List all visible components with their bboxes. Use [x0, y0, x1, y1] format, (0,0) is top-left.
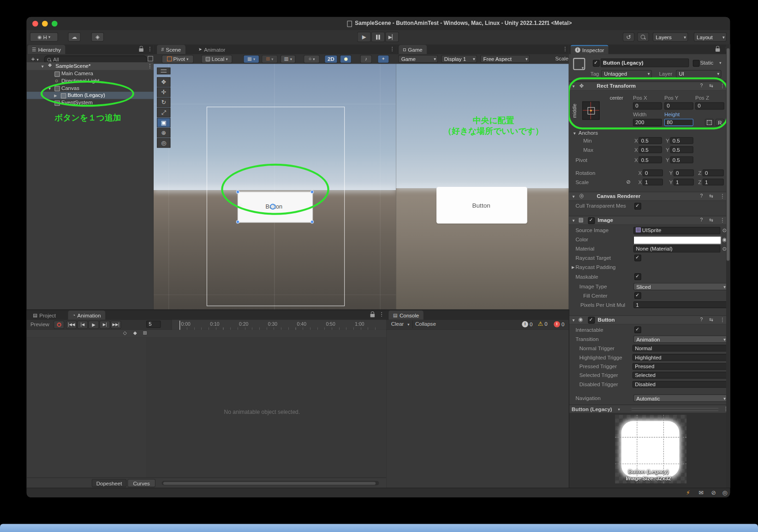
tab-inspector[interactable]: i Inspector: [571, 45, 609, 54]
presets-icon[interactable]: ⇆: [709, 218, 713, 222]
layout-dropdown[interactable]: Layout: [694, 32, 727, 42]
image-type-dropdown[interactable]: Sliced: [633, 283, 728, 290]
rotation-x-field[interactable]: 0: [643, 169, 663, 176]
highlighted-trigger-field[interactable]: Highlighted: [633, 354, 728, 361]
pivot-dropdown[interactable]: Pivot ▾: [162, 55, 194, 63]
rect-tool-button[interactable]: ▣: [157, 118, 170, 127]
add-event-icon[interactable]: ⊞: [143, 331, 147, 335]
anchor-preset-widget[interactable]: [582, 102, 600, 120]
source-image-field[interactable]: UISprite: [633, 227, 720, 234]
foldout-closed-icon[interactable]: ▶: [54, 94, 57, 98]
notifications-muted-icon[interactable]: ⊘: [711, 490, 716, 496]
console-log-area[interactable]: [386, 330, 569, 488]
scale-tool-button[interactable]: ⤢: [157, 108, 170, 117]
rotation-y-field[interactable]: 0: [674, 169, 694, 176]
foldout-closed-icon[interactable]: ▶: [572, 265, 574, 269]
scene-row-menu-icon[interactable]: ⋮: [147, 63, 153, 69]
table-row[interactable]: Main Camera: [27, 70, 154, 78]
preview-drag-handle[interactable]: [632, 408, 718, 411]
blueprint-mode-button[interactable]: [705, 119, 714, 126]
custom-tool-button[interactable]: ◎: [157, 138, 170, 148]
2d-mode-toggle[interactable]: 2D: [324, 55, 337, 63]
table-row[interactable]: ▼ Canvas: [27, 84, 154, 92]
raw-edit-button[interactable]: R: [716, 119, 724, 126]
record-button[interactable]: [54, 321, 64, 329]
selection-handle[interactable]: [310, 220, 314, 223]
error-count-badge[interactable]: ! 0: [554, 321, 564, 328]
selection-handle[interactable]: [236, 190, 239, 193]
component-enabled-checkbox[interactable]: [588, 217, 595, 224]
tab-game[interactable]: ◘ Game: [399, 45, 427, 54]
foldout-open-icon[interactable]: ▼: [572, 84, 575, 89]
increment-snap-toggle[interactable]: ⊞ ▾: [262, 55, 278, 63]
image-header[interactable]: ▼ ▨ Image ? ⇆ ⋮: [569, 216, 730, 225]
navigation-dropdown[interactable]: Automatic: [633, 395, 728, 402]
hot-reload-icon[interactable]: ⚡: [686, 490, 690, 496]
link-scale-icon[interactable]: ⊘: [626, 179, 631, 185]
minimize-window-button[interactable]: [42, 21, 48, 27]
aspect-dropdown[interactable]: Free Aspect: [480, 55, 530, 63]
lock-icon[interactable]: [716, 48, 720, 52]
foldout-open-icon[interactable]: ▼: [572, 195, 575, 199]
component-menu-icon[interactable]: ⋮: [720, 84, 725, 89]
hierarchy-menu-icon[interactable]: ⋮: [147, 46, 153, 52]
account-button[interactable]: ◉ H ▾: [30, 32, 58, 42]
tab-animator[interactable]: ➤ Animator: [194, 45, 230, 54]
scene-menu-icon[interactable]: ⋮: [390, 46, 395, 52]
game-target-dropdown[interactable]: Game: [398, 55, 438, 63]
scrollbar-thumb[interactable]: [163, 482, 376, 484]
foldout-open-icon[interactable]: ▼: [572, 318, 575, 323]
table-row[interactable]: EventSystem: [27, 99, 154, 107]
normal-trigger-field[interactable]: Normal: [633, 345, 728, 352]
table-row-selected[interactable]: ▶ Button (Legacy): [27, 92, 154, 99]
selection-handle[interactable]: [310, 190, 314, 193]
hand-tool-button[interactable]: ✥: [157, 77, 170, 87]
shading-mode-dropdown[interactable]: ○ ▾: [304, 55, 320, 63]
presets-icon[interactable]: ⇆: [709, 84, 713, 88]
anchor-min-x-field[interactable]: 0.5: [639, 137, 662, 144]
cloud-services-button[interactable]: ☁: [68, 32, 81, 42]
interactable-checkbox[interactable]: [634, 326, 641, 333]
game-menu-icon[interactable]: ⋮: [562, 46, 568, 52]
help-icon[interactable]: ?: [700, 317, 703, 322]
close-window-button[interactable]: [32, 21, 38, 27]
pivot-handle[interactable]: [270, 204, 276, 210]
selected-trigger-field[interactable]: Selected: [633, 372, 728, 379]
transform-tool-button[interactable]: ⊕: [157, 128, 170, 137]
disabled-trigger-field[interactable]: Disabled: [633, 381, 728, 388]
grid-snapping-toggle[interactable]: ▦ ▾: [243, 55, 259, 63]
undo-history-button[interactable]: ↺: [623, 32, 634, 42]
table-row[interactable]: ▼ ❖ SampleScene* ⋮: [27, 62, 154, 70]
presets-icon[interactable]: ⇆: [709, 317, 713, 322]
scene-effects-toggle[interactable]: ✦: [377, 55, 389, 63]
warning-count-badge[interactable]: ⚠ 0: [538, 321, 548, 327]
layers-dropdown[interactable]: Layers: [653, 32, 688, 42]
step-button[interactable]: ▶▏: [385, 32, 399, 42]
anchor-min-y-field[interactable]: 0.5: [670, 137, 693, 144]
measure-tool-button[interactable]: ▥ ▾: [281, 55, 295, 63]
info-count-badge[interactable]: ! 0: [522, 321, 532, 328]
move-tool-button[interactable]: ✢: [157, 87, 170, 97]
last-key-button[interactable]: ▶▶|: [111, 321, 121, 329]
scale-x-field[interactable]: 1: [643, 179, 663, 185]
handle-rotation-dropdown[interactable]: Local ▾: [201, 55, 232, 63]
tools-menu-button[interactable]: [157, 68, 170, 75]
game-viewport[interactable]: Button 中央に配置 （好きな場所でいいです）: [396, 64, 569, 310]
height-field[interactable]: 80: [664, 119, 693, 126]
curves-toggle-button[interactable]: Curves: [127, 479, 155, 487]
transition-dropdown[interactable]: Animation: [633, 335, 728, 343]
pos-y-field[interactable]: 0: [664, 102, 693, 110]
fill-center-checkbox[interactable]: [634, 292, 641, 299]
component-menu-icon[interactable]: ⋮: [720, 194, 725, 199]
search-button[interactable]: [637, 32, 649, 42]
play-button[interactable]: ▶: [357, 32, 370, 42]
canvas-renderer-header[interactable]: ▼ ◎ Canvas Renderer ? ⇆ ⋮: [569, 191, 730, 201]
lock-icon[interactable]: [139, 48, 143, 52]
search-picker-icon[interactable]: [148, 56, 153, 61]
add-keyframe-icon[interactable]: ◇: [123, 331, 127, 335]
horizontal-scrollbar[interactable]: [162, 481, 379, 485]
message-icon[interactable]: ✉: [698, 490, 704, 496]
component-menu-icon[interactable]: ⋮: [720, 218, 725, 223]
first-key-button[interactable]: |◀◀: [66, 321, 77, 329]
dopesheet-toggle-button[interactable]: Dopesheet: [92, 479, 126, 487]
